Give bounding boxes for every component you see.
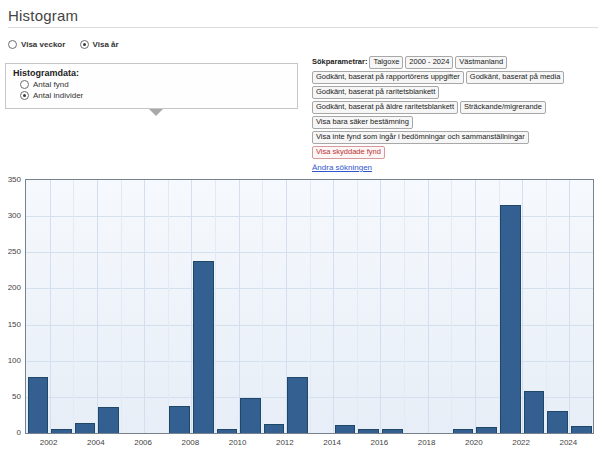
radio-antal-fynd[interactable]: Antal fynd: [20, 80, 290, 89]
v-gridline: [333, 180, 334, 433]
bar-2022: [524, 391, 545, 433]
v-gridline: [191, 180, 192, 433]
v-gridline: [310, 180, 311, 433]
histogram-chart: 0501001502002503003502002200420062008201…: [0, 172, 602, 459]
v-gridline: [569, 180, 570, 433]
bar-2012: [287, 377, 308, 433]
v-gridline: [239, 180, 240, 433]
bar-2010: [240, 398, 261, 433]
y-axis-tick-label: 0: [0, 428, 21, 437]
search-tag[interactable]: Godkänt, baserat på äldre raritetsblanke…: [312, 101, 458, 114]
v-gridline: [357, 180, 358, 433]
bar-2008: [193, 261, 214, 433]
search-tag-row: Godkänt, baserat på äldre raritetsblanke…: [312, 101, 600, 115]
v-gridline: [121, 180, 122, 433]
x-axis-tick-label: 2010: [221, 438, 255, 447]
title-divider: [8, 27, 598, 28]
v-gridline: [451, 180, 452, 433]
search-tag-row: Visa skyddade fynd: [312, 146, 600, 160]
y-axis-tick-label: 350: [0, 175, 21, 184]
y-axis-tick-label: 250: [0, 247, 21, 256]
v-gridline: [380, 180, 381, 433]
search-tag[interactable]: Visa bara säker bestämning: [312, 116, 413, 129]
search-tag-row: Godkänt, baserat på raritetsblankett: [312, 86, 600, 100]
v-gridline: [97, 180, 98, 433]
bar-2024: [571, 426, 592, 433]
search-tag[interactable]: Sträckande/migrerande: [460, 101, 546, 114]
radio-antal-individer[interactable]: Antal individer: [20, 91, 290, 100]
bar-2021: [500, 205, 521, 433]
radio-unselected-icon: [20, 80, 29, 89]
x-axis-tick-label: 2006: [126, 438, 160, 447]
y-axis-tick-label: 200: [0, 283, 21, 292]
search-tag-row: Sökparametrar:Talgoxe2000 - 2024Västmanl…: [312, 56, 600, 70]
panel-pointer-triangle-icon: [149, 109, 163, 116]
radio-label: Visa år: [93, 40, 119, 49]
search-tag[interactable]: Godkänt, baserat på raritetsblankett: [312, 86, 439, 99]
histogram-data-title: Histogramdata:: [13, 68, 290, 78]
v-gridline: [168, 180, 169, 433]
x-axis-tick-label: 2014: [315, 438, 349, 447]
radio-selected-icon: [20, 91, 29, 100]
page-title: Histogram: [8, 7, 78, 24]
x-axis-tick-label: 2024: [551, 438, 585, 447]
search-tag[interactable]: Godkänt, baserat på rapportörens uppgift…: [312, 71, 464, 84]
x-axis-tick-label: 2002: [32, 438, 66, 447]
v-gridline: [50, 180, 51, 433]
radio-unselected-icon: [8, 40, 17, 49]
v-gridline: [404, 180, 405, 433]
bar-2003: [75, 423, 96, 433]
search-tag-rows: Sökparametrar:Talgoxe2000 - 2024Västmanl…: [312, 56, 600, 160]
y-axis-tick-label: 100: [0, 356, 21, 365]
bar-2011: [264, 424, 285, 433]
search-tag[interactable]: Talgoxe: [369, 56, 403, 69]
view-mode-radios: Visa veckor Visa år: [8, 40, 131, 49]
bar-2007: [169, 406, 190, 433]
radio-label: Visa veckor: [21, 40, 65, 49]
v-gridline: [428, 180, 429, 433]
v-gridline: [546, 180, 547, 433]
x-axis-tick-label: 2022: [504, 438, 538, 447]
bar-2016: [382, 429, 403, 433]
radio-visa-ar[interactable]: Visa år: [80, 40, 119, 49]
search-tag[interactable]: Visa inte fynd som ingår i bedömningar o…: [312, 131, 529, 144]
search-tag[interactable]: Västmanland: [455, 56, 507, 69]
x-axis-tick-label: 2016: [362, 438, 396, 447]
radio-selected-icon: [80, 40, 89, 49]
bar-2023: [547, 411, 568, 433]
v-gridline: [475, 180, 476, 433]
x-axis-tick-label: 2018: [410, 438, 444, 447]
x-axis-tick-label: 2004: [79, 438, 113, 447]
bar-2001: [28, 377, 49, 433]
x-axis-tick-label: 2008: [173, 438, 207, 447]
x-axis-tick-label: 2012: [268, 438, 302, 447]
bar-2015: [358, 429, 379, 433]
search-tag[interactable]: 2000 - 2024: [405, 56, 453, 69]
search-tag[interactable]: Godkänt, baserat på media: [466, 71, 564, 84]
search-tag-row: Visa bara säker bestämning: [312, 116, 600, 130]
y-axis-tick-label: 50: [0, 392, 21, 401]
search-tag-row: Visa inte fynd som ingår i bedömningar o…: [312, 131, 600, 145]
y-axis-tick-label: 300: [0, 211, 21, 220]
search-parameters-label: Sökparametrar:: [312, 57, 367, 66]
bar-2020: [476, 427, 497, 433]
v-gridline: [73, 180, 74, 433]
search-tag-row: Godkänt, baserat på rapportörens uppgift…: [312, 71, 600, 85]
histogram-data-panel: Histogramdata: Antal fynd Antal individe…: [5, 63, 298, 109]
radio-label: Antal fynd: [33, 80, 69, 89]
protected-finds-tag[interactable]: Visa skyddade fynd: [312, 146, 385, 159]
v-gridline: [215, 180, 216, 433]
bar-2014: [335, 425, 356, 433]
bar-2002: [51, 429, 72, 433]
v-gridline: [262, 180, 263, 433]
radio-visa-veckor[interactable]: Visa veckor: [8, 40, 65, 49]
y-axis-tick-label: 150: [0, 320, 21, 329]
bar-2019: [453, 429, 474, 433]
plot-area: [25, 179, 594, 434]
x-axis-tick-label: 2020: [457, 438, 491, 447]
bar-2009: [217, 429, 238, 433]
bar-2004: [98, 407, 119, 433]
radio-label: Antal individer: [33, 91, 83, 100]
v-gridline: [144, 180, 145, 433]
